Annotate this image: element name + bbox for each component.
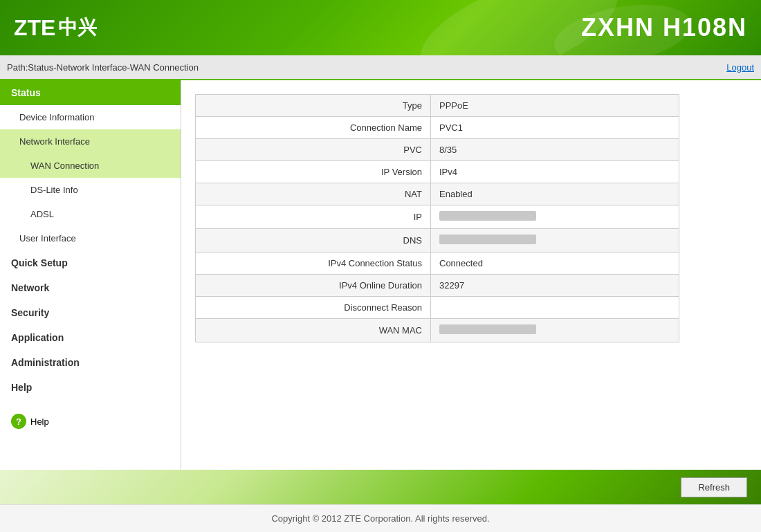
table-cell-label: Connection Name bbox=[196, 117, 431, 139]
table-cell-value bbox=[431, 297, 679, 319]
table-cell-label: DNS bbox=[196, 229, 431, 253]
navbar: Path:Status-Network Interface-WAN Connec… bbox=[0, 55, 761, 80]
table-cell-value: Connected bbox=[431, 253, 679, 275]
table-cell-label: IP Version bbox=[196, 161, 431, 183]
main-content: SetupRouter.co TypePPPoEConnection NameP… bbox=[181, 80, 761, 470]
blurred-value bbox=[439, 235, 536, 244]
table-cell-label: IP bbox=[196, 205, 431, 229]
table-row: Disconnect Reason bbox=[196, 297, 679, 319]
table-cell-value: Enabled bbox=[431, 183, 679, 205]
sidebar: Status Device Information Network Interf… bbox=[0, 80, 181, 470]
table-cell-label: NAT bbox=[196, 183, 431, 205]
table-row: DNS bbox=[196, 229, 679, 253]
table-row: TypePPPoE bbox=[196, 95, 679, 117]
table-row: PVC8/35 bbox=[196, 139, 679, 161]
logo-zte: ZTE bbox=[14, 15, 55, 41]
table-cell-value: IPv4 bbox=[431, 161, 679, 183]
sidebar-item-adsl[interactable]: ADSL bbox=[0, 202, 181, 226]
sidebar-item-quick-setup[interactable]: Quick Setup bbox=[0, 250, 181, 275]
table-row: IPv4 Online Duration32297 bbox=[196, 275, 679, 297]
table-cell-value: 8/35 bbox=[431, 139, 679, 161]
table-row: Connection NamePVC1 bbox=[196, 117, 679, 139]
logout-link[interactable]: Logout bbox=[726, 62, 754, 73]
sidebar-item-network-interface[interactable]: Network Interface bbox=[0, 129, 181, 154]
info-table: TypePPPoEConnection NamePVC1PVC8/35IP Ve… bbox=[195, 94, 679, 342]
blurred-value bbox=[439, 211, 536, 221]
sidebar-item-ds-lite-info[interactable]: DS-Lite Info bbox=[0, 178, 181, 202]
help-icon: ? bbox=[11, 414, 26, 429]
table-cell-value: PVC1 bbox=[431, 117, 679, 139]
sidebar-item-security[interactable]: Security bbox=[0, 300, 181, 325]
table-cell-value bbox=[431, 205, 679, 229]
sidebar-item-administration[interactable]: Administration bbox=[0, 350, 181, 375]
sidebar-item-status[interactable]: Status bbox=[0, 80, 181, 105]
table-cell-value: PPPoE bbox=[431, 95, 679, 117]
table-cell-value bbox=[431, 229, 679, 253]
sidebar-item-user-interface[interactable]: User Interface bbox=[0, 226, 181, 250]
blurred-value bbox=[439, 324, 536, 334]
logo-chinese: 中兴 bbox=[58, 15, 97, 41]
table-row: WAN MAC bbox=[196, 319, 679, 342]
table-cell-label: IPv4 Connection Status bbox=[196, 253, 431, 275]
sidebar-item-wan-connection[interactable]: WAN Connection bbox=[0, 154, 181, 178]
middle-area: Status Device Information Network Interf… bbox=[0, 80, 761, 470]
table-row: NATEnabled bbox=[196, 183, 679, 205]
help-section[interactable]: ? Help bbox=[0, 400, 181, 443]
header: ZTE 中兴 ZXHN H108N bbox=[0, 0, 761, 55]
sidebar-item-device-information[interactable]: Device Information bbox=[0, 105, 181, 129]
table-cell-value bbox=[431, 319, 679, 342]
table-cell-label: Disconnect Reason bbox=[196, 297, 431, 319]
sidebar-item-help[interactable]: Help bbox=[0, 375, 181, 400]
table-row: IPv4 Connection StatusConnected bbox=[196, 253, 679, 275]
model-name: ZXHN H108N bbox=[581, 13, 747, 42]
table-cell-value: 32297 bbox=[431, 275, 679, 297]
logo: ZTE 中兴 bbox=[14, 15, 97, 41]
table-cell-label: IPv4 Online Duration bbox=[196, 275, 431, 297]
refresh-button[interactable]: Refresh bbox=[681, 477, 747, 497]
footer-bar: Refresh bbox=[0, 470, 761, 504]
breadcrumb: Path:Status-Network Interface-WAN Connec… bbox=[7, 62, 199, 73]
table-cell-label: Type bbox=[196, 95, 431, 117]
table-cell-label: WAN MAC bbox=[196, 319, 431, 342]
table-row: IP VersionIPv4 bbox=[196, 161, 679, 183]
table-cell-label: PVC bbox=[196, 139, 431, 161]
sidebar-item-network[interactable]: Network bbox=[0, 275, 181, 300]
page-root: ZTE 中兴 ZXHN H108N Path:Status-Network In… bbox=[0, 0, 761, 532]
table-row: IP bbox=[196, 205, 679, 229]
copyright: Copyright © 2012 ZTE Corporation. All ri… bbox=[0, 504, 761, 532]
sidebar-item-application[interactable]: Application bbox=[0, 325, 181, 350]
